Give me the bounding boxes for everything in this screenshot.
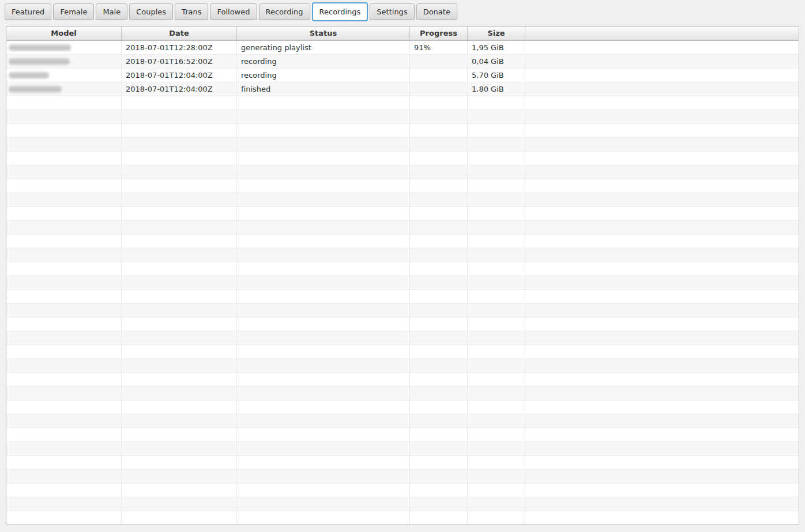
column-header-progress[interactable]: Progress <box>410 27 468 40</box>
tab-female[interactable]: Female <box>53 3 94 20</box>
cell-status <box>237 373 410 386</box>
cell-progress <box>410 345 468 359</box>
table-row-empty <box>6 124 799 138</box>
redacted-model-name <box>9 86 62 92</box>
cell-size: 0,04 GiB <box>468 55 525 68</box>
table-row[interactable]: 2018-07-01T12:28:00Zgenerating playlist9… <box>6 41 799 55</box>
cell-filler <box>525 110 799 123</box>
table-row-empty <box>6 497 799 511</box>
column-header-date[interactable]: Date <box>122 27 237 40</box>
cell-filler <box>525 124 799 137</box>
cell-size <box>468 248 525 262</box>
cell-status <box>237 414 410 428</box>
tab-followed[interactable]: Followed <box>210 3 257 20</box>
cell-filler <box>525 428 799 442</box>
cell-size <box>468 276 525 289</box>
cell-size: 5,70 GiB <box>468 69 525 82</box>
cell-model <box>6 193 122 206</box>
tab-male[interactable]: Male <box>96 3 127 20</box>
cell-filler <box>525 318 799 331</box>
cell-progress <box>410 262 468 276</box>
table-row-empty <box>6 207 799 221</box>
table-row[interactable]: 2018-07-01T16:52:00Zrecording0,04 GiB <box>6 55 799 69</box>
cell-progress <box>410 511 468 525</box>
cell-progress <box>410 290 468 303</box>
cell-status <box>237 221 410 234</box>
cell-filler <box>525 248 799 262</box>
cell-model <box>6 207 122 220</box>
table-row[interactable]: 2018-07-01T12:04:00Zrecording5,70 GiB <box>6 69 799 82</box>
cell-progress <box>410 69 468 82</box>
cell-progress <box>410 331 468 345</box>
tab-featured[interactable]: Featured <box>5 3 51 20</box>
cell-status <box>237 387 410 400</box>
tab-trans[interactable]: Trans <box>175 3 208 20</box>
table-row-empty <box>6 373 799 387</box>
cell-filler <box>525 414 799 428</box>
cell-model <box>6 124 122 137</box>
table-row-empty <box>6 110 799 124</box>
cell-model <box>6 414 122 428</box>
cell-size <box>468 387 525 400</box>
column-header-model[interactable]: Model <box>6 27 122 40</box>
cell-filler <box>525 55 799 68</box>
cell-status <box>237 456 410 469</box>
cell-model <box>6 484 122 497</box>
cell-size <box>468 152 525 165</box>
table-row-empty <box>6 179 799 193</box>
cell-size <box>468 304 525 317</box>
cell-progress <box>410 235 468 248</box>
cell-status <box>237 207 410 220</box>
cell-status: generating playlist <box>237 41 410 54</box>
cell-model <box>6 470 122 483</box>
table-row-empty <box>6 276 799 290</box>
cell-status <box>237 110 410 123</box>
cell-status <box>237 193 410 206</box>
cell-progress <box>410 165 468 179</box>
column-header-status[interactable]: Status <box>237 27 410 40</box>
table-row-empty <box>6 456 799 470</box>
table-row[interactable]: 2018-07-01T12:04:00Zfinished1,80 GiB <box>6 82 799 96</box>
cell-progress <box>410 401 468 414</box>
cell-date <box>122 235 237 248</box>
tab-recordings[interactable]: Recordings <box>312 2 368 21</box>
cell-model <box>6 331 122 345</box>
cell-date <box>122 248 237 262</box>
cell-progress <box>410 82 468 96</box>
cell-size <box>468 124 525 137</box>
cell-status <box>237 138 410 151</box>
cell-progress <box>410 276 468 289</box>
cell-model <box>6 401 122 414</box>
cell-size <box>468 110 525 123</box>
cell-size <box>468 414 525 428</box>
table-row-empty <box>6 221 799 235</box>
cell-filler <box>525 179 799 193</box>
cell-size <box>468 401 525 414</box>
cell-date <box>122 373 237 386</box>
app-window: FeaturedFemaleMaleCouplesTransFollowedRe… <box>0 0 805 532</box>
cell-date <box>122 331 237 345</box>
cell-filler <box>525 165 799 179</box>
tab-recording[interactable]: Recording <box>259 3 310 20</box>
cell-model <box>6 497 122 511</box>
cell-model <box>6 55 122 68</box>
cell-progress <box>410 124 468 137</box>
tab-settings[interactable]: Settings <box>370 3 414 20</box>
cell-filler <box>525 69 799 82</box>
cell-status <box>237 96 410 110</box>
cell-filler <box>525 331 799 345</box>
tab-couples[interactable]: Couples <box>129 3 173 20</box>
cell-status <box>237 235 410 248</box>
cell-date <box>122 96 237 110</box>
tab-donate[interactable]: Donate <box>416 3 457 20</box>
column-header-size[interactable]: Size <box>468 27 525 40</box>
cell-size <box>468 331 525 345</box>
cell-date <box>122 428 237 442</box>
cell-status: recording <box>237 69 410 82</box>
cell-date <box>122 442 237 455</box>
table-row-empty <box>6 138 799 152</box>
cell-date <box>122 304 237 317</box>
cell-size <box>468 456 525 469</box>
table-row-empty <box>6 345 799 359</box>
cell-progress <box>410 359 468 372</box>
